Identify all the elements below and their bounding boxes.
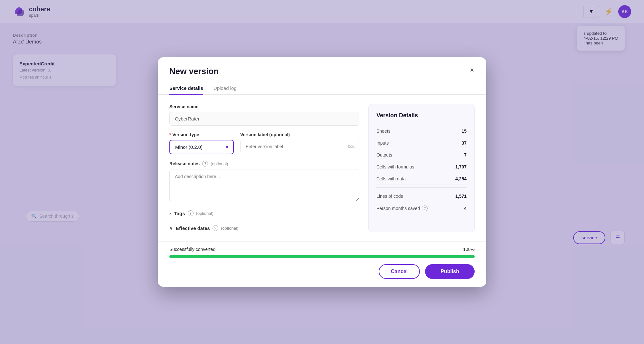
detail-row-cells-data: Cells with data 4,254: [376, 173, 467, 185]
version-label-field: Version label (optional) 0/25: [240, 132, 359, 154]
progress-bar-background: [169, 255, 475, 258]
modal-header: New version ×: [158, 57, 486, 76]
inputs-value: 37: [461, 140, 467, 146]
modal: New version × Service details Upload log…: [158, 57, 486, 287]
release-notes-textarea[interactable]: [169, 169, 359, 201]
person-months-help-icon[interactable]: ?: [422, 205, 428, 211]
inputs-label: Inputs: [376, 140, 389, 146]
modal-footer: Successfully converted 100% Cancel Publi…: [158, 241, 486, 287]
detail-row-lines-code: Lines of code 1,571: [376, 190, 467, 202]
version-type-select-wrapper: Major (1.0.0) Minor (0.2.0) Patch (0.1.1…: [169, 140, 234, 154]
cancel-button[interactable]: Cancel: [379, 264, 420, 279]
effective-dates-section[interactable]: ∨ Effective dates ? (optional): [169, 224, 359, 232]
version-type-select[interactable]: Major (1.0.0) Minor (0.2.0) Patch (0.1.1…: [169, 140, 234, 154]
sheets-value: 15: [461, 129, 467, 134]
detail-row-sheets: Sheets 15: [376, 125, 467, 137]
version-row: Version type Major (1.0.0) Minor (0.2.0)…: [169, 132, 359, 154]
release-notes-field: Release notes ? (optional): [169, 161, 359, 203]
progress-bar-fill: [169, 255, 475, 258]
cells-data-label: Cells with data: [376, 176, 406, 181]
version-label-wrapper: 0/25: [240, 140, 359, 153]
cells-data-value: 4,254: [455, 176, 467, 181]
modal-body-inner: Service name Version type Major (1.0.0) …: [169, 104, 475, 232]
outputs-value: 7: [464, 152, 467, 158]
modal-close-button[interactable]: ×: [467, 65, 477, 75]
release-notes-label: Release notes ? (optional): [169, 161, 359, 167]
person-months-label: Person months saved ?: [376, 205, 428, 211]
modal-title: New version: [169, 66, 475, 76]
version-type-label: Version type: [169, 132, 234, 137]
effective-dates-title: Effective dates ? (optional): [176, 225, 238, 231]
detail-divider: [376, 187, 467, 188]
tab-upload-log[interactable]: Upload log: [213, 82, 237, 95]
tags-expand-icon: ›: [169, 211, 171, 216]
service-name-field: Service name: [169, 104, 359, 126]
tags-title: Tags ? (optional): [174, 210, 213, 216]
detail-row-inputs: Inputs 37: [376, 137, 467, 149]
version-label-label: Version label (optional): [240, 132, 359, 137]
detail-row-person-months: Person months saved ? 4: [376, 202, 467, 215]
detail-row-cells-formulas: Cells with formulas 1,707: [376, 161, 467, 173]
detail-row-outputs: Outputs 7: [376, 149, 467, 161]
publish-button[interactable]: Publish: [425, 264, 475, 279]
cells-formulas-value: 1,707: [455, 164, 467, 169]
progress-percent: 100%: [463, 247, 475, 252]
cells-formulas-label: Cells with formulas: [376, 164, 414, 169]
tab-service-details[interactable]: Service details: [169, 82, 203, 95]
version-label-counter: 0/25: [348, 144, 355, 149]
version-label-input[interactable]: [240, 140, 359, 153]
release-notes-help-icon[interactable]: ?: [202, 161, 208, 167]
modal-body: Service name Version type Major (1.0.0) …: [158, 95, 486, 241]
lines-code-value: 1,571: [455, 194, 467, 199]
progress-section: Successfully converted 100%: [169, 247, 475, 252]
service-name-label: Service name: [169, 104, 359, 109]
outputs-label: Outputs: [376, 152, 392, 158]
version-details-title: Version Details: [376, 112, 467, 119]
version-details-panel: Version Details Sheets 15 Inputs 37 Outp…: [368, 104, 475, 232]
tags-help-icon[interactable]: ?: [188, 210, 194, 216]
modal-overlay: New version × Service details Upload log…: [0, 0, 644, 344]
modal-left: Service name Version type Major (1.0.0) …: [169, 104, 359, 232]
footer-buttons: Cancel Publish: [169, 264, 475, 279]
lines-code-label: Lines of code: [376, 194, 403, 199]
modal-tabs: Service details Upload log: [158, 82, 486, 95]
effective-dates-help-icon[interactable]: ?: [213, 225, 218, 231]
service-name-input[interactable]: [169, 112, 359, 126]
tags-section[interactable]: › Tags ? (optional): [169, 209, 359, 217]
sheets-label: Sheets: [376, 129, 391, 134]
version-type-field: Version type Major (1.0.0) Minor (0.2.0)…: [169, 132, 234, 154]
person-months-value: 4: [464, 206, 467, 211]
effective-dates-expand-icon: ∨: [169, 225, 173, 231]
progress-label: Successfully converted: [169, 247, 215, 252]
